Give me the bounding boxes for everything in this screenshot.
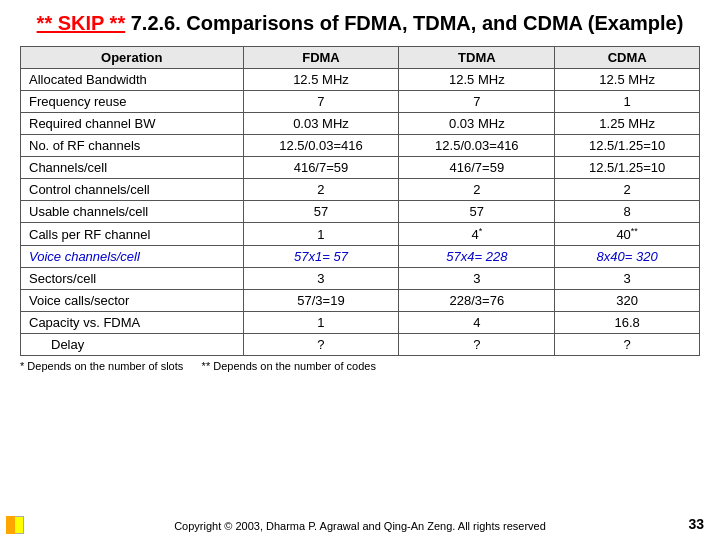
title-main: 7.2.6. Comparisons of FDMA, TDMA, and CD… <box>125 12 683 34</box>
page: ** SKIP ** 7.2.6. Comparisons of FDMA, T… <box>0 0 720 540</box>
table-row: Usable channels/cell <box>21 201 244 223</box>
orange-box <box>6 516 15 534</box>
comparison-table: Operation FDMA TDMA CDMA Allocated Bandw… <box>20 46 700 356</box>
header-tdma: TDMA <box>399 47 555 69</box>
table-row: Delay <box>21 334 244 356</box>
page-title: ** SKIP ** 7.2.6. Comparisons of FDMA, T… <box>37 10 684 36</box>
table-row: Sectors/cell <box>21 268 244 290</box>
header-cdma: CDMA <box>555 47 700 69</box>
header-operation: Operation <box>21 47 244 69</box>
table-row: Control channels/cell <box>21 179 244 201</box>
table-row: Voice calls/sector <box>21 290 244 312</box>
footnote-star1: * Depends on the number of slots <box>20 360 183 372</box>
copyright-text: Copyright © 2003, Dharma P. Agrawal and … <box>174 516 546 532</box>
table-row: No. of RF channels <box>21 135 244 157</box>
table-row: Allocated Bandwidth <box>21 69 244 91</box>
table-row: Calls per RF channel <box>21 223 244 246</box>
header-fdma: FDMA <box>243 47 399 69</box>
footnote: * Depends on the number of slots ** Depe… <box>20 360 700 372</box>
skip-label: ** SKIP ** <box>37 12 126 34</box>
table-row: Channels/cell <box>21 157 244 179</box>
table-row: Required channel BW <box>21 113 244 135</box>
page-number: 33 <box>688 516 704 532</box>
table-row: Capacity vs. FDMA <box>21 312 244 334</box>
table-row: Voice channels/cell <box>21 246 244 268</box>
table-row: Frequency reuse <box>21 91 244 113</box>
footnote-star2: ** Depends on the number of codes <box>202 360 376 372</box>
